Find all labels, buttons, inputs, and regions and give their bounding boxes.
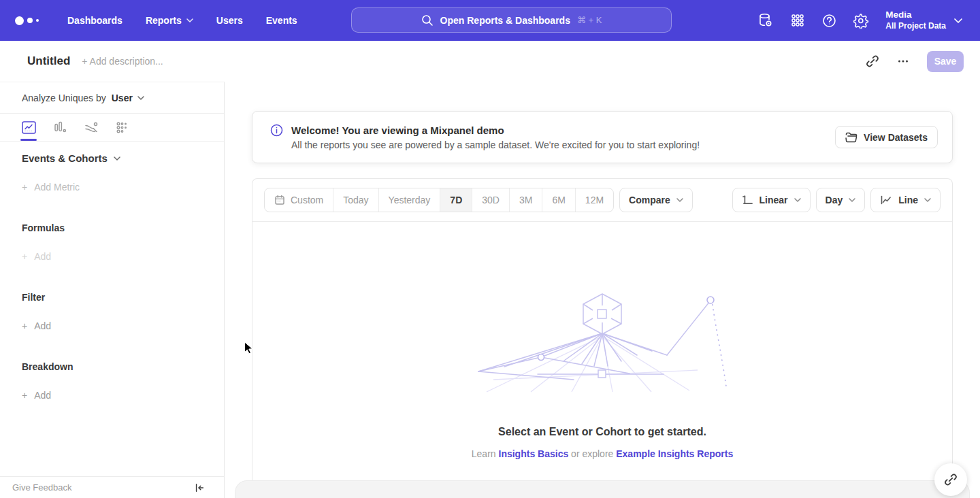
add-filter-button[interactable]: + Add — [0, 320, 224, 331]
plus-icon: + — [22, 182, 27, 193]
chevron-down-icon — [849, 198, 855, 202]
global-search[interactable]: Open Reports & Dashboards ⌘ + K — [351, 7, 672, 33]
chevron-down-icon — [114, 156, 120, 161]
linear-axis-icon — [742, 195, 753, 205]
collapse-sidebar-icon[interactable] — [194, 482, 205, 493]
plus-icon: + — [22, 251, 27, 262]
tab-insights-line[interactable] — [22, 114, 36, 141]
nav-item-events[interactable]: Events — [255, 10, 309, 31]
nav-item-reports[interactable]: Reports — [134, 10, 205, 31]
chevron-down-icon — [954, 18, 962, 23]
primary-nav: Dashboards Reports Users Events — [56, 10, 309, 31]
project-subtitle: All Project Data — [885, 21, 946, 31]
share-link-fab[interactable] — [934, 463, 967, 496]
save-button[interactable]: Save — [927, 51, 964, 72]
more-options-icon[interactable] — [897, 55, 909, 67]
query-builder-sidebar: Analyze Uniques by User — [0, 82, 225, 498]
copy-link-icon[interactable] — [866, 54, 879, 68]
chevron-down-icon — [924, 198, 931, 202]
interval-dropdown[interactable]: Day — [816, 188, 866, 212]
report-header: Untitled + Add description... Save — [0, 41, 980, 82]
compare-dropdown[interactable]: Compare — [619, 188, 693, 212]
date-range-12m[interactable]: 12M — [575, 188, 613, 212]
calendar-icon — [274, 195, 285, 205]
report-title[interactable]: Untitled — [27, 54, 70, 68]
add-breakdown-button[interactable]: + Add — [0, 390, 224, 401]
chart-toolbar: Custom Today Yesterday 7D 30D 3M 6M 12M … — [252, 179, 952, 222]
tab-flows[interactable] — [84, 114, 98, 141]
example-insights-reports-link[interactable]: Example Insights Reports — [616, 448, 733, 459]
mixpanel-logo[interactable] — [15, 16, 48, 25]
search-shortcut: ⌘ + K — [577, 15, 602, 25]
insights-chart-card: Custom Today Yesterday 7D 30D 3M 6M 12M … — [252, 178, 953, 498]
plus-icon: + — [22, 390, 27, 401]
view-datasets-button[interactable]: View Datasets — [835, 126, 938, 148]
add-metric-button[interactable]: + Add Metric — [0, 182, 224, 193]
project-name: Media — [885, 10, 946, 21]
chevron-down-icon — [794, 198, 801, 202]
tab-bar-chart[interactable] — [54, 114, 67, 141]
main-content: Welcome! You are viewing a Mixpanel demo… — [225, 82, 980, 498]
scale-dropdown[interactable]: Linear — [732, 188, 811, 212]
analyze-uniques-label: Analyze Uniques by — [22, 93, 106, 103]
empty-state-illustration — [473, 290, 732, 393]
nav-right-cluster: Media All Project Data — [757, 10, 980, 31]
date-range-7d[interactable]: 7D — [440, 188, 472, 212]
visualization-tabs — [0, 114, 224, 142]
tab-retention[interactable] — [116, 114, 129, 141]
search-icon — [421, 14, 434, 27]
section-title-breakdown: Breakdown — [0, 361, 224, 372]
data-management-icon[interactable] — [757, 12, 774, 29]
results-panel-peek[interactable] — [235, 480, 970, 498]
date-range-today[interactable]: Today — [333, 188, 378, 212]
help-icon[interactable] — [821, 13, 837, 29]
date-range-6m[interactable]: 6M — [542, 188, 574, 212]
date-range-yesterday[interactable]: Yesterday — [378, 188, 440, 212]
date-range-custom[interactable]: Custom — [265, 188, 333, 212]
empty-state: Select an Event or Cohort to get started… — [252, 222, 952, 459]
empty-state-subtitle: Learn Insights Basics or explore Example… — [472, 448, 733, 459]
sidebar-footer: Give Feedback — [0, 476, 224, 498]
nav-item-users[interactable]: Users — [205, 10, 255, 31]
give-feedback-link[interactable]: Give Feedback — [12, 482, 71, 493]
date-range-30d[interactable]: 30D — [472, 188, 509, 212]
link-icon — [944, 473, 958, 486]
chart-type-dropdown[interactable]: Line — [870, 188, 941, 212]
search-placeholder: Open Reports & Dashboards — [440, 15, 570, 26]
analyze-by-dropdown[interactable]: User — [112, 93, 144, 103]
apps-grid-icon[interactable] — [790, 13, 805, 28]
top-nav: Dashboards Reports Users Events Open Rep… — [0, 0, 980, 41]
settings-gear-icon[interactable] — [853, 13, 869, 29]
insights-basics-link[interactable]: Insights Basics — [499, 448, 569, 459]
section-title-formulas: Formulas — [0, 222, 224, 233]
plus-icon: + — [22, 320, 27, 331]
section-title-filter: Filter — [0, 292, 224, 303]
events-cohorts-dropdown[interactable]: Events & Cohorts — [0, 152, 224, 164]
chevron-down-icon — [676, 198, 683, 202]
banner-title: Welcome! You are viewing a Mixpanel demo — [291, 124, 700, 136]
line-chart-icon — [880, 195, 892, 205]
add-formula-button[interactable]: + Add — [0, 251, 224, 262]
date-range-segmented-control: Custom Today Yesterday 7D 30D 3M 6M 12M — [264, 188, 614, 212]
chevron-down-icon — [186, 18, 193, 22]
chevron-down-icon — [137, 96, 144, 100]
folder-icon — [845, 132, 858, 143]
project-switcher[interactable]: Media All Project Data — [885, 10, 962, 31]
report-description-placeholder[interactable]: + Add description... — [82, 56, 163, 67]
welcome-banner: Welcome! You are viewing a Mixpanel demo… — [252, 111, 953, 163]
info-icon — [270, 124, 283, 137]
banner-body: All the reports you see are powered by a… — [291, 139, 700, 150]
nav-item-dashboards[interactable]: Dashboards — [56, 10, 134, 31]
date-range-3m[interactable]: 3M — [509, 188, 542, 212]
empty-state-title: Select an Event or Cohort to get started… — [498, 426, 706, 438]
